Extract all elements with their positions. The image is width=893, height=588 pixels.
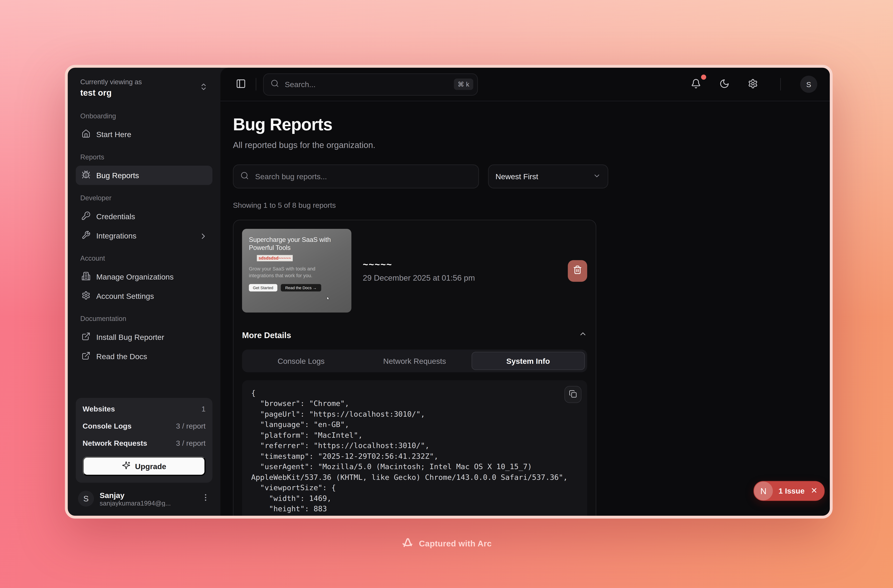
sidebar-section-developer: Developer Credentials Integrations xyxy=(76,194,212,245)
thumbnail-read-docs-button: Read the Docs → xyxy=(281,284,321,291)
close-icon[interactable] xyxy=(810,486,818,496)
user-email: sanjaykumara1994@g... xyxy=(100,500,195,506)
notification-dot xyxy=(701,75,706,80)
copy-icon xyxy=(569,390,577,399)
sidebar-item-label: Credentials xyxy=(96,212,135,220)
sort-dropdown[interactable]: Newest First xyxy=(488,165,608,189)
more-details-toggle[interactable]: More Details xyxy=(242,330,587,340)
org-switcher[interactable]: Currently viewing as test org xyxy=(76,77,212,98)
thumbnail-annotation: sdsdsdsd~~~~~ xyxy=(257,255,293,261)
cursor-icon xyxy=(326,293,331,300)
bug-icon xyxy=(81,170,90,181)
report-date: 29 December 2025 at 01:56 pm xyxy=(363,273,475,282)
thumbnail-heading: Supercharge your SaaS with Powerful Tool… xyxy=(249,236,344,252)
detail-tabs: Console Logs Network Requests System Inf… xyxy=(242,350,587,372)
usage-label: Console Logs xyxy=(83,422,131,430)
sidebar-item-label: Install Bug Reporter xyxy=(96,333,164,341)
upgrade-button[interactable]: Upgrade xyxy=(83,456,206,476)
search-icon xyxy=(241,171,249,182)
page-content: Bug Reports All reported bugs for the or… xyxy=(220,101,830,516)
tab-network-requests[interactable]: Network Requests xyxy=(358,352,472,370)
sidebar-item-integrations[interactable]: Integrations xyxy=(76,226,212,245)
usage-value: 3 / report xyxy=(176,422,206,430)
results-count: Showing 1 to 5 of 8 bug reports xyxy=(233,201,817,210)
sidebar-toggle-button[interactable] xyxy=(233,76,249,92)
bug-report-search[interactable] xyxy=(233,165,479,189)
copy-button[interactable] xyxy=(564,386,582,403)
section-label: Developer xyxy=(80,194,208,202)
sidebar-item-label: Integrations xyxy=(96,231,137,240)
ellipsis-vertical-icon[interactable] xyxy=(201,493,210,504)
section-label: Onboarding xyxy=(80,112,208,120)
issues-pill[interactable]: N 1 Issue xyxy=(753,481,825,501)
bug-report-card: Supercharge your SaaS with Powerful Tool… xyxy=(233,220,596,516)
external-link-icon xyxy=(81,332,90,342)
settings-button[interactable] xyxy=(745,76,761,92)
user-name: Sanjay xyxy=(100,491,195,500)
gear-icon xyxy=(81,291,90,302)
trash-icon xyxy=(573,265,582,276)
section-label: Account xyxy=(80,254,208,262)
usage-row-console-logs: Console Logs 3 / report xyxy=(83,422,206,430)
sidebar-item-bug-reports[interactable]: Bug Reports xyxy=(76,166,212,185)
global-search[interactable]: ⌘ k xyxy=(263,73,478,95)
thumbnail-get-started-button: Get Started xyxy=(249,284,277,291)
section-label: Reports xyxy=(80,153,208,161)
panel-left-icon xyxy=(236,78,246,90)
issues-pill-badge: N xyxy=(754,482,773,500)
topbar-divider xyxy=(256,78,256,90)
sparkles-icon xyxy=(122,461,131,471)
page-subtitle: All reported bugs for the organization. xyxy=(233,140,817,150)
chevron-right-icon xyxy=(199,232,207,240)
sidebar-item-label: Bug Reports xyxy=(96,171,139,180)
theme-toggle-button[interactable] xyxy=(716,76,732,92)
sidebar-item-credentials[interactable]: Credentials xyxy=(76,207,212,226)
moon-icon xyxy=(719,78,729,90)
thumbnail-body: Grow your SaaS with tools and integratio… xyxy=(249,266,323,279)
usage-label: Websites xyxy=(83,405,115,413)
keyboard-shortcut-badge: ⌘ k xyxy=(454,78,473,90)
sidebar-item-label: Account Settings xyxy=(96,292,154,300)
gear-icon xyxy=(748,78,758,90)
org-name: test org xyxy=(80,88,195,97)
chevron-down-icon xyxy=(593,171,601,181)
tab-console-logs[interactable]: Console Logs xyxy=(244,352,358,370)
upgrade-label: Upgrade xyxy=(135,462,166,471)
org-switcher-label: Currently viewing as xyxy=(80,78,195,86)
chevron-up-icon xyxy=(579,330,587,340)
page-title: Bug Reports xyxy=(233,115,817,134)
avatar[interactable]: S xyxy=(800,76,817,93)
sidebar-item-account-settings[interactable]: Account Settings xyxy=(76,286,212,306)
delete-report-button[interactable] xyxy=(568,260,587,282)
tab-system-info[interactable]: System Info xyxy=(471,352,585,370)
notifications-button[interactable] xyxy=(688,76,704,92)
bug-report-search-input[interactable] xyxy=(254,171,472,181)
global-search-input[interactable] xyxy=(284,80,449,89)
system-info-code-block: { "browser": "Chrome", "pageUrl": "https… xyxy=(242,380,587,516)
sidebar-item-label: Read the Docs xyxy=(96,352,147,361)
sidebar-section-account: Account Manage Organizations Account Set… xyxy=(76,254,212,306)
usage-label: Network Requests xyxy=(83,439,147,447)
external-link-icon xyxy=(81,351,90,362)
watermark-label: Captured with Arc xyxy=(419,539,492,548)
arc-logo-icon xyxy=(401,536,414,550)
avatar: S xyxy=(78,491,94,507)
app-window: Currently viewing as test org Onboarding… xyxy=(65,65,833,519)
usage-value: 3 / report xyxy=(176,439,206,447)
report-title: ~~~~~ xyxy=(363,259,475,269)
report-screenshot-thumbnail[interactable]: Supercharge your SaaS with Powerful Tool… xyxy=(242,229,351,313)
sidebar-item-read-the-docs[interactable]: Read the Docs xyxy=(76,346,212,366)
usage-value: 1 xyxy=(201,405,206,413)
home-icon xyxy=(81,129,90,140)
sidebar-item-manage-organizations[interactable]: Manage Organizations xyxy=(76,267,212,286)
sort-value: Newest First xyxy=(495,172,538,181)
sidebar-section-onboarding: Onboarding Start Here xyxy=(76,112,212,144)
sidebar-item-start-here[interactable]: Start Here xyxy=(76,124,212,144)
sidebar-item-label: Manage Organizations xyxy=(96,272,174,281)
issues-pill-label: 1 Issue xyxy=(779,487,804,495)
sidebar-item-install-bug-reporter[interactable]: Install Bug Reporter xyxy=(76,327,212,346)
topbar: ⌘ k S xyxy=(220,68,830,101)
building-icon xyxy=(81,271,90,282)
user-account-row[interactable]: S Sanjay sanjaykumara1994@g... xyxy=(76,491,212,507)
more-details-label: More Details xyxy=(242,330,291,339)
